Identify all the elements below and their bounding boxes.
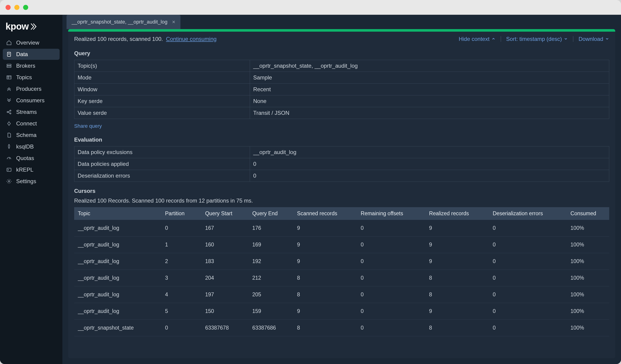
table-row: ModeSample (74, 72, 609, 83)
svg-rect-14 (7, 168, 11, 171)
query-section: Query Topic(s)__oprtr_snapshot_state, __… (68, 47, 615, 133)
sidebar-item-connect[interactable]: Connect (3, 118, 60, 129)
download-button[interactable]: Download (579, 36, 609, 42)
sidebar-item-topics[interactable]: Topics (3, 72, 60, 83)
main-content: __oprtr_snapshot_state, __oprtr_audit_lo… (62, 15, 621, 364)
table-row: Value serdeTransit / JSON (74, 107, 609, 119)
home-icon (6, 40, 12, 46)
window-minimize-button[interactable] (14, 5, 19, 10)
table-row: Topic(s)__oprtr_snapshot_state, __oprtr_… (74, 60, 609, 72)
logo-arrows-icon (31, 23, 40, 30)
sidebar-item-label: Settings (16, 178, 36, 184)
sidebar-item-schema[interactable]: Schema (3, 130, 60, 141)
table-row: Data policy exclusions__oprtr_audit_log (74, 147, 609, 158)
query-table: Topic(s)__oprtr_snapshot_state, __oprtr_… (74, 60, 609, 119)
rocket-icon (6, 144, 12, 150)
cursors-section: Cursors Realized 100 Records. Scanned 10… (68, 182, 615, 336)
sidebar-item-krepl[interactable]: kREPL (3, 164, 60, 175)
down-arrows-icon (6, 98, 12, 103)
table-row: Data policies applied0 (74, 158, 609, 170)
sidebar-item-ksqldb[interactable]: ksqlDB (3, 141, 60, 152)
window-titlebar (0, 0, 621, 15)
table-row[interactable]: __oprtr_audit_log01671769090100% (74, 220, 609, 236)
section-title: Cursors (74, 188, 609, 194)
sidebar-item-label: Schema (16, 132, 36, 138)
table-row: WindowRecent (74, 83, 609, 95)
chevron-down-icon (605, 36, 609, 42)
sidebar-item-consumers[interactable]: Consumers (3, 95, 60, 106)
section-title: Query (74, 50, 609, 57)
table-icon (6, 74, 12, 80)
server-icon (6, 63, 12, 69)
sort-button[interactable]: Sort: timestamp (desc) (506, 36, 568, 42)
table-row[interactable]: __oprtr_audit_log41972058080100% (74, 286, 609, 303)
sidebar-item-brokers[interactable]: Brokers (3, 60, 60, 71)
table-row[interactable]: __oprtr_audit_log51501599090100% (74, 303, 609, 320)
gear-icon (6, 178, 12, 184)
window-close-button[interactable] (5, 5, 11, 10)
table-row[interactable]: __oprtr_snapshot_state063387678633876868… (74, 320, 609, 336)
evaluation-table: Data policy exclusions__oprtr_audit_log … (74, 146, 609, 182)
svg-rect-3 (7, 64, 11, 66)
document-icon (6, 51, 12, 57)
sidebar-item-label: kREPL (16, 166, 34, 173)
logo: kpow (0, 17, 62, 37)
sidebar-item-data[interactable]: Data (3, 49, 60, 60)
progress-bar (68, 29, 615, 32)
sidebar-item-label: Data (16, 51, 28, 58)
cursors-table: Topic Partition Query Start Query End Sc… (74, 207, 609, 336)
sidebar-item-streams[interactable]: Streams (3, 106, 60, 117)
sidebar-item-label: Quotas (16, 155, 34, 162)
svg-line-13 (9, 158, 10, 159)
up-arrows-icon (6, 86, 12, 92)
logo-text: kpow (5, 21, 29, 32)
sidebar-item-label: Brokers (16, 63, 35, 69)
sidebar-item-label: ksqlDB (16, 143, 34, 150)
close-icon[interactable]: × (172, 19, 175, 25)
table-header-row: Topic Partition Query Start Query End Sc… (74, 207, 609, 220)
table-row[interactable]: __oprtr_audit_log11601699090100% (74, 236, 609, 253)
share-query-link[interactable]: Share query (74, 119, 609, 133)
tab-label: __oprtr_snapshot_state, __oprtr_audit_lo… (72, 19, 168, 25)
svg-rect-5 (7, 76, 11, 79)
sidebar: kpow Overview Data Brokers (0, 15, 62, 364)
table-row: Deserialization errors0 (74, 170, 609, 182)
connect-icon (6, 121, 12, 127)
status-text: Realized 100 records, scanned 100. Conti… (74, 36, 216, 42)
terminal-icon (6, 167, 12, 173)
svg-line-12 (8, 112, 10, 113)
cursors-summary: Realized 100 Records. Scanned 100 record… (74, 198, 609, 204)
hide-context-button[interactable]: Hide context (459, 36, 495, 42)
section-title: Evaluation (74, 136, 609, 143)
nav: Overview Data Brokers Topics Producers (0, 37, 62, 187)
sidebar-item-overview[interactable]: Overview (3, 37, 60, 48)
gauge-icon (6, 155, 12, 161)
chevron-down-icon (564, 36, 568, 42)
sidebar-item-label: Consumers (16, 97, 45, 104)
continue-consuming-link[interactable]: Continue consuming (166, 36, 217, 42)
sidebar-item-label: Connect (16, 120, 37, 127)
share-icon (6, 109, 12, 115)
result-card: Realized 100 records, scanned 100. Conti… (68, 29, 615, 358)
sidebar-item-quotas[interactable]: Quotas (3, 153, 60, 164)
evaluation-section: Evaluation Data policy exclusions__oprtr… (68, 133, 615, 182)
sidebar-item-settings[interactable]: Settings (3, 176, 60, 187)
chevron-up-icon (491, 36, 496, 42)
file-icon (6, 132, 12, 138)
tab-active[interactable]: __oprtr_snapshot_state, __oprtr_audit_lo… (67, 15, 180, 29)
sidebar-item-label: Topics (16, 74, 32, 81)
status-bar: Realized 100 records, scanned 100. Conti… (68, 32, 615, 47)
table-row: Key serdeNone (74, 95, 609, 107)
svg-line-11 (8, 111, 10, 112)
sidebar-item-label: Producers (16, 86, 41, 92)
sidebar-item-label: Overview (16, 39, 39, 46)
tabs-bar: __oprtr_snapshot_state, __oprtr_audit_lo… (62, 15, 621, 29)
svg-rect-4 (7, 66, 11, 67)
svg-point-15 (8, 181, 10, 182)
table-row[interactable]: __oprtr_audit_log32042128080100% (74, 270, 609, 286)
sidebar-item-label: Streams (16, 109, 37, 115)
window-maximize-button[interactable] (23, 5, 28, 10)
sidebar-item-producers[interactable]: Producers (3, 83, 60, 95)
table-row[interactable]: __oprtr_audit_log21831929090100% (74, 253, 609, 270)
